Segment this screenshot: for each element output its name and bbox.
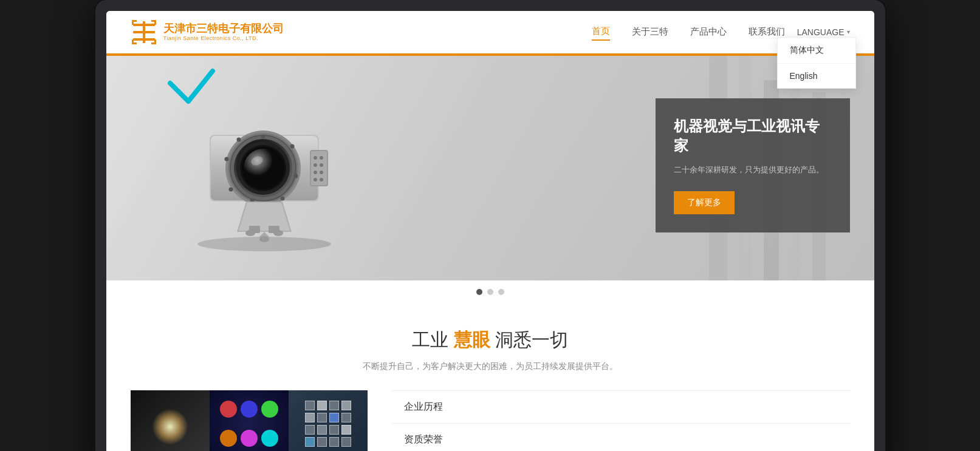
info-card-subtitle: 二十余年深耕研发，只为提供更好的产品。 <box>674 164 832 177</box>
logo-english-text: Tianjin Sante Electronics Co., LTD. <box>163 35 284 41</box>
camera-svg <box>173 86 355 256</box>
nav-products[interactable]: 产品中心 <box>690 24 727 40</box>
language-label: LANGUAGE <box>797 27 845 37</box>
grid-cell <box>329 401 339 410</box>
glow-effect <box>152 409 188 445</box>
tile-grid <box>289 390 368 451</box>
grid-cell <box>305 413 315 422</box>
svg-point-36 <box>320 156 323 160</box>
grid-cell <box>341 437 351 447</box>
circle-purple <box>241 430 258 447</box>
header: 天津市三特电子有限公司 Tianjin Sante Electronics Co… <box>106 11 874 53</box>
grid-cell <box>317 413 327 422</box>
title-suffix: 洞悉一切 <box>495 330 568 350</box>
grid-cell <box>317 437 327 447</box>
nav-home[interactable]: 首页 <box>592 23 610 41</box>
lang-option-english[interactable]: English <box>778 64 855 88</box>
nav-about[interactable]: 关于三特 <box>632 24 668 40</box>
learn-more-button[interactable]: 了解更多 <box>674 191 735 214</box>
svg-marker-44 <box>239 203 290 231</box>
nav-bar: 首页 关于三特 产品中心 联系我们 <box>592 23 785 41</box>
grid-row-4 <box>305 437 351 447</box>
circle-cyan <box>261 430 278 447</box>
main-section: 工业 慧眼 洞悉一切 不断提升自己，为客户解决更大的困难，为员工持续发展提供平台… <box>106 303 874 451</box>
section-subtitle: 不断提升自己，为客户解决更大的困难，为员工持续发展提供平台。 <box>131 361 850 372</box>
svg-point-27 <box>293 174 298 178</box>
svg-point-32 <box>236 138 241 142</box>
circle-blue <box>241 401 258 418</box>
hero-dots <box>106 280 874 303</box>
svg-rect-10 <box>132 39 134 44</box>
svg-point-35 <box>314 156 317 160</box>
grid-cell <box>305 425 315 435</box>
svg-rect-8 <box>154 20 156 25</box>
laptop-bezel: 天津市三特电子有限公司 Tianjin Sante Electronics Co… <box>95 0 885 451</box>
image-tile-2 <box>210 390 289 451</box>
svg-point-25 <box>261 135 265 139</box>
svg-point-40 <box>320 171 323 174</box>
laptop-container: 天津市三特电子有限公司 Tianjin Sante Electronics Co… <box>95 0 885 451</box>
hero-section: 机器视觉与工业视讯专家 二十余年深耕研发，只为提供更好的产品。 了解更多 <box>106 56 874 280</box>
circle-green <box>261 401 278 418</box>
svg-point-49 <box>273 230 283 236</box>
info-card-title: 机器视觉与工业视讯专家 <box>674 117 832 155</box>
svg-point-28 <box>280 197 284 201</box>
logo-icon <box>131 19 157 46</box>
info-card: 机器视觉与工业视讯专家 二十余年深耕研发，只为提供更好的产品。 了解更多 <box>656 98 850 232</box>
grid-cell <box>317 425 327 435</box>
grid-cell <box>341 425 351 435</box>
image-tile-1 <box>131 390 210 451</box>
circle-orange <box>220 430 237 447</box>
sidebar-item-honors[interactable]: 资质荣誉 <box>392 424 850 451</box>
grid-cell <box>305 437 315 447</box>
grid-cell <box>329 425 339 435</box>
tile-glow <box>131 390 210 451</box>
language-popup: 简体中文 English <box>777 37 856 89</box>
title-highlight: 慧眼 <box>454 330 490 350</box>
svg-point-50 <box>259 236 269 242</box>
svg-point-37 <box>314 163 317 167</box>
grid-row-2 <box>305 413 351 422</box>
sidebar-item-history[interactable]: 企业历程 <box>392 390 850 424</box>
content-row: 企业历程 资质荣誉 <box>131 390 850 451</box>
dot-2[interactable] <box>487 289 493 295</box>
svg-point-42 <box>320 178 323 181</box>
grid-cell <box>329 437 339 447</box>
grid-cell <box>329 413 339 422</box>
camera-illustration <box>155 80 374 262</box>
svg-rect-6 <box>132 20 134 25</box>
logo-area: 天津市三特电子有限公司 Tianjin Sante Electronics Co… <box>131 19 592 46</box>
dot-3[interactable] <box>498 289 504 295</box>
chevron-down-icon: ▾ <box>847 29 850 35</box>
lang-option-chinese[interactable]: 简体中文 <box>778 38 855 64</box>
image-tiles <box>131 390 368 451</box>
grid-cell <box>341 401 351 410</box>
grid-cell <box>341 413 351 422</box>
title-prefix: 工业 <box>412 330 448 350</box>
svg-point-39 <box>314 171 317 174</box>
sidebar-list: 企业历程 资质荣誉 <box>368 390 850 451</box>
svg-point-48 <box>245 230 255 236</box>
laptop-screen: 天津市三特电子有限公司 Tianjin Sante Electronics Co… <box>106 11 874 451</box>
svg-rect-12 <box>154 39 156 44</box>
image-tile-3 <box>289 390 368 451</box>
grid-row-1 <box>305 401 351 410</box>
grid-cell <box>317 401 327 410</box>
svg-point-26 <box>290 144 294 149</box>
logo-chinese-text: 天津市三特电子有限公司 <box>163 22 284 36</box>
grid-row-3 <box>305 425 351 435</box>
svg-point-31 <box>224 157 228 161</box>
tile-circles <box>210 390 289 451</box>
website: 天津市三特电子有限公司 Tianjin Sante Electronics Co… <box>106 11 874 451</box>
svg-point-23 <box>244 149 283 188</box>
circle-red <box>220 401 237 418</box>
language-dropdown[interactable]: LANGUAGE ▾ 简体中文 English <box>797 27 850 37</box>
section-title: 工业 慧眼 洞悉一切 <box>131 328 850 353</box>
logo-text: 天津市三特电子有限公司 Tianjin Sante Electronics Co… <box>163 22 284 42</box>
svg-point-41 <box>314 178 317 181</box>
svg-rect-34 <box>311 151 327 185</box>
svg-point-38 <box>320 163 323 167</box>
dot-1[interactable] <box>476 289 482 295</box>
svg-rect-4 <box>143 21 145 43</box>
svg-point-30 <box>228 188 233 192</box>
